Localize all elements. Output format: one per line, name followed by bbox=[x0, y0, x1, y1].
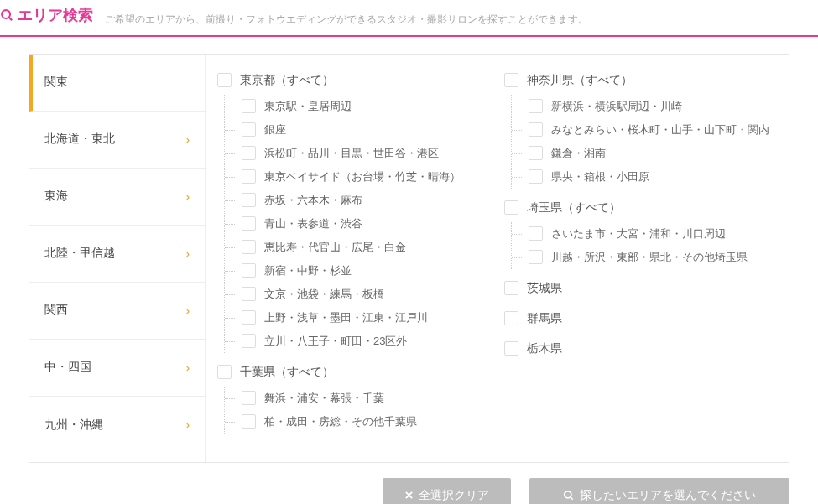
area-child-item[interactable]: 舞浜・浦安・幕張・千葉 bbox=[225, 387, 486, 410]
checkbox[interactable] bbox=[242, 287, 256, 301]
area-group-label: 千葉県（すべて） bbox=[240, 365, 334, 380]
checkbox[interactable] bbox=[529, 146, 543, 160]
chevron-right-icon: › bbox=[186, 190, 190, 203]
area-group: 東京都（すべて）東京駅・皇居周辺銀座浜松町・品川・目黒・世田谷・港区東京ベイサイ… bbox=[217, 73, 486, 353]
checkbox[interactable] bbox=[504, 311, 518, 325]
area-child-item[interactable]: さいたま市・大宮・浦和・川口周辺 bbox=[512, 222, 773, 246]
page-subtitle: ご希望のエリアから、前撮り・フォトウエディングができるスタジオ・撮影サロンを探す… bbox=[105, 13, 588, 27]
area-group-head[interactable]: 埼玉県（すべて） bbox=[504, 200, 773, 216]
area-child-item[interactable]: 恵比寿・代官山・広尾・白金 bbox=[225, 236, 486, 259]
area-child-item[interactable]: 立川・八王子・町田・23区外 bbox=[225, 330, 486, 353]
chevron-right-icon: › bbox=[186, 133, 190, 146]
clear-button[interactable]: 全選択クリア bbox=[383, 478, 511, 505]
checkbox[interactable] bbox=[504, 200, 518, 215]
checkbox[interactable] bbox=[217, 365, 232, 379]
checkbox[interactable] bbox=[242, 240, 256, 254]
checkbox[interactable] bbox=[242, 334, 256, 348]
area-child-item[interactable]: 県央・箱根・小田原 bbox=[512, 165, 773, 189]
checkbox[interactable] bbox=[242, 310, 256, 325]
sidebar-item-region[interactable]: 東海› bbox=[29, 169, 205, 226]
sidebar-item-region[interactable]: 北海道・東北› bbox=[29, 112, 205, 169]
chevron-right-icon: › bbox=[186, 247, 190, 260]
area-child-item[interactable]: 川越・所沢・東部・県北・その他埼玉県 bbox=[512, 246, 773, 269]
area-single-item[interactable]: 栃木県 bbox=[504, 341, 773, 356]
chevron-right-icon: › bbox=[186, 361, 190, 374]
checkbox[interactable] bbox=[529, 250, 543, 264]
area-child-label: 東京ベイサイド（お台場・竹芝・晴海） bbox=[264, 169, 461, 184]
area-child-item[interactable]: 新横浜・横浜駅周辺・川崎 bbox=[512, 95, 773, 118]
checkbox[interactable] bbox=[504, 341, 518, 356]
svg-line-5 bbox=[571, 496, 573, 499]
area-children: 新横浜・横浜駅周辺・川崎みなとみらい・桜木町・山手・山下町・関内鎌倉・湘南県央・… bbox=[511, 95, 773, 189]
area-group: 埼玉県（すべて）さいたま市・大宮・浦和・川口周辺川越・所沢・東部・県北・その他埼… bbox=[504, 200, 773, 269]
area-child-item[interactable]: 東京駅・皇居周辺 bbox=[225, 95, 486, 118]
checkbox[interactable] bbox=[242, 146, 256, 160]
checkbox[interactable] bbox=[529, 122, 543, 137]
area-group: 神奈川県（すべて）新横浜・横浜駅周辺・川崎みなとみらい・桜木町・山手・山下町・関… bbox=[504, 73, 773, 189]
area-single-item[interactable]: 群馬県 bbox=[504, 311, 773, 326]
page-title-text: エリア検索 bbox=[18, 5, 93, 25]
sidebar-item-region[interactable]: 中・四国› bbox=[29, 340, 205, 397]
search-icon bbox=[0, 8, 14, 23]
area-children: 舞浜・浦安・幕張・千葉柏・成田・房総・その他千葉県 bbox=[224, 387, 486, 434]
svg-point-0 bbox=[2, 10, 10, 18]
area-child-label: 青山・表参道・渋谷 bbox=[264, 216, 362, 231]
area-child-item[interactable]: みなとみらい・桜木町・山手・山下町・関内 bbox=[512, 118, 773, 142]
area-child-label: 県央・箱根・小田原 bbox=[551, 169, 649, 184]
area-single-label: 茨城県 bbox=[527, 281, 562, 296]
area-group-head[interactable]: 東京都（すべて） bbox=[217, 73, 486, 88]
checkbox[interactable] bbox=[217, 73, 232, 87]
checkbox[interactable] bbox=[529, 226, 543, 241]
sidebar-item-region[interactable]: 九州・沖縄› bbox=[29, 397, 205, 454]
area-single-item[interactable]: 茨城県 bbox=[504, 281, 773, 296]
sidebar-item-region[interactable]: 関西› bbox=[29, 283, 205, 340]
area-child-label: 立川・八王子・町田・23区外 bbox=[264, 334, 407, 349]
area-child-item[interactable]: 赤坂・六本木・麻布 bbox=[225, 189, 486, 212]
area-child-label: 赤坂・六本木・麻布 bbox=[264, 193, 362, 208]
area-child-item[interactable]: 文京・池袋・練馬・板橋 bbox=[225, 283, 486, 306]
area-content: 東京都（すべて）東京駅・皇居周辺銀座浜松町・品川・目黒・世田谷・港区東京ベイサイ… bbox=[206, 55, 789, 462]
area-child-label: 川越・所沢・東部・県北・その他埼玉県 bbox=[551, 250, 748, 265]
area-child-label: 銀座 bbox=[264, 122, 286, 138]
sidebar-item-label: 東海 bbox=[44, 189, 68, 204]
area-column: 神奈川県（すべて）新横浜・横浜駅周辺・川崎みなとみらい・桜木町・山手・山下町・関… bbox=[504, 73, 773, 445]
checkbox[interactable] bbox=[242, 391, 256, 405]
area-group-label: 東京都（すべて） bbox=[240, 73, 334, 88]
page-header: エリア検索 ご希望のエリアから、前撮り・フォトウエディングができるスタジオ・撮影… bbox=[0, 0, 818, 37]
checkbox[interactable] bbox=[504, 281, 518, 295]
area-panel: 関東北海道・東北›東海›北陸・甲信越›関西›中・四国›九州・沖縄› 東京都（すべ… bbox=[29, 54, 789, 463]
area-group-label: 神奈川県（すべて） bbox=[527, 73, 633, 88]
area-child-item[interactable]: 上野・浅草・墨田・江東・江戸川 bbox=[225, 306, 486, 330]
checkbox[interactable] bbox=[242, 169, 256, 184]
checkbox[interactable] bbox=[529, 99, 543, 113]
area-child-item[interactable]: 新宿・中野・杉並 bbox=[225, 259, 486, 283]
sidebar-item-region[interactable]: 北陸・甲信越› bbox=[29, 226, 205, 283]
checkbox[interactable] bbox=[242, 122, 256, 137]
checkbox[interactable] bbox=[242, 99, 256, 113]
sidebar-item-label: 九州・沖縄 bbox=[44, 418, 103, 433]
sidebar-item-label: 北陸・甲信越 bbox=[44, 246, 115, 261]
sidebar-item-label: 北海道・東北 bbox=[44, 132, 115, 147]
checkbox[interactable] bbox=[242, 193, 256, 207]
area-child-item[interactable]: 柏・成田・房総・その他千葉県 bbox=[225, 410, 486, 434]
checkbox[interactable] bbox=[504, 73, 518, 87]
area-child-item[interactable]: 銀座 bbox=[225, 118, 486, 142]
checkbox[interactable] bbox=[529, 169, 543, 184]
search-button[interactable]: 探したいエリアを選んでください bbox=[529, 478, 789, 505]
chevron-right-icon: › bbox=[186, 418, 190, 431]
area-child-item[interactable]: 浜松町・品川・目黒・世田谷・港区 bbox=[225, 142, 486, 165]
area-group: 千葉県（すべて）舞浜・浦安・幕張・千葉柏・成田・房総・その他千葉県 bbox=[217, 365, 486, 434]
area-children: 東京駅・皇居周辺銀座浜松町・品川・目黒・世田谷・港区東京ベイサイド（お台場・竹芝… bbox=[224, 95, 486, 353]
area-child-label: 東京駅・皇居周辺 bbox=[264, 99, 352, 114]
checkbox[interactable] bbox=[242, 414, 256, 429]
area-child-label: みなとみらい・桜木町・山手・山下町・関内 bbox=[551, 122, 769, 138]
area-child-item[interactable]: 東京ベイサイド（お台場・竹芝・晴海） bbox=[225, 165, 486, 189]
checkbox[interactable] bbox=[242, 263, 256, 278]
area-group-head[interactable]: 神奈川県（すべて） bbox=[504, 73, 773, 88]
area-child-item[interactable]: 青山・表参道・渋谷 bbox=[225, 212, 486, 236]
sidebar-item-label: 中・四国 bbox=[44, 360, 91, 375]
sidebar-item-region[interactable]: 関東 bbox=[29, 55, 205, 112]
area-child-item[interactable]: 鎌倉・湘南 bbox=[512, 142, 773, 165]
area-group-head[interactable]: 千葉県（すべて） bbox=[217, 365, 486, 380]
checkbox[interactable] bbox=[242, 216, 256, 231]
